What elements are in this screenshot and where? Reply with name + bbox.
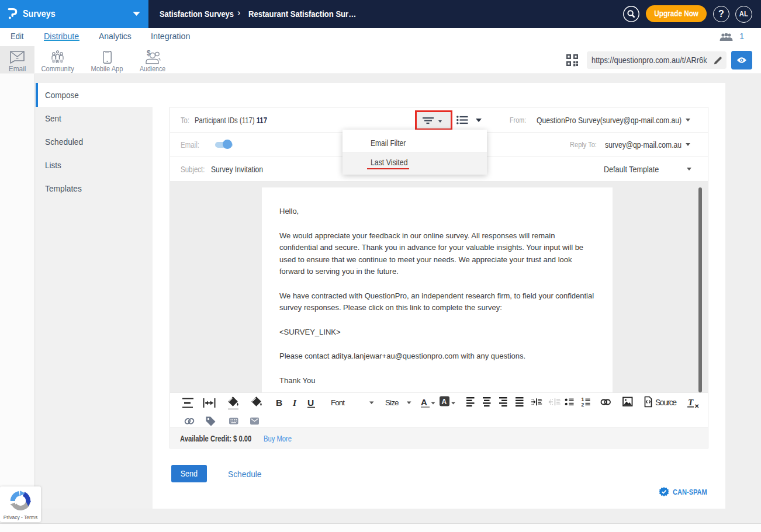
svg-text:U: U xyxy=(307,398,314,408)
svg-text:Source: Source xyxy=(655,398,677,407)
svg-text:A: A xyxy=(442,398,447,406)
svg-text:I: I xyxy=(292,398,297,408)
svg-text:Size: Size xyxy=(385,398,399,407)
svg-text:Font: Font xyxy=(331,398,345,407)
svg-text:A: A xyxy=(421,397,427,407)
svg-text:✕: ✕ xyxy=(694,403,699,409)
svg-text:2: 2 xyxy=(582,402,584,408)
svg-text:B: B xyxy=(276,398,282,408)
svg-text:T: T xyxy=(688,398,694,407)
